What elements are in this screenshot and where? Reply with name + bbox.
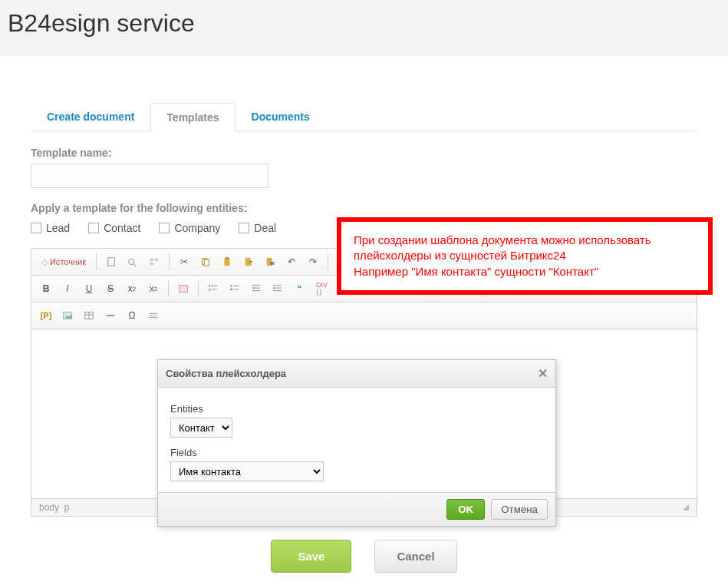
paste-word-icon[interactable]: W: [260, 252, 280, 272]
source-label: Источник: [50, 257, 86, 266]
check-company[interactable]: Company: [159, 222, 220, 234]
svg-rect-9: [226, 257, 229, 259]
indent-icon[interactable]: [268, 279, 288, 299]
special-char-icon[interactable]: Ω: [122, 306, 142, 326]
subscript-icon[interactable]: x2: [122, 279, 142, 299]
svg-text:2: 2: [209, 288, 211, 292]
entities-select[interactable]: Контакт: [170, 418, 232, 438]
checkbox-icon: [88, 223, 99, 233]
hr-icon[interactable]: [100, 306, 120, 326]
image-icon[interactable]: [58, 306, 77, 326]
entities-label: Entities: [170, 403, 543, 415]
svg-rect-4: [155, 259, 158, 262]
cancel-button[interactable]: Cancel: [374, 540, 456, 573]
separator: [169, 253, 170, 270]
italic-icon[interactable]: I: [58, 279, 77, 299]
separator: [328, 253, 328, 270]
tab-bar: Create document Templates Documents: [31, 102, 697, 131]
source-button[interactable]: ◇Источник: [36, 252, 91, 272]
new-page-icon[interactable]: [101, 252, 121, 272]
fields-label: Fields: [170, 447, 543, 458]
svg-point-1: [129, 259, 134, 265]
svg-rect-0: [108, 258, 115, 266]
copy-icon[interactable]: [196, 252, 216, 272]
dialog-close-icon[interactable]: ✕: [538, 366, 548, 381]
table-icon[interactable]: [79, 306, 99, 326]
dialog-cancel-button[interactable]: Отмена: [491, 499, 548, 520]
bold-icon[interactable]: B: [36, 279, 56, 299]
underline-icon[interactable]: U: [79, 279, 99, 299]
preview-icon[interactable]: [123, 252, 143, 272]
cut-icon[interactable]: ✂: [174, 252, 194, 272]
check-contact-label: Contact: [104, 222, 140, 234]
svg-rect-3: [150, 259, 153, 262]
callout-line2: Например "Имя контакта" сущности "Контак…: [354, 264, 696, 279]
check-company-label: Company: [174, 222, 220, 234]
outdent-icon[interactable]: [246, 279, 266, 299]
placeholder-properties-dialog: Свойства плейсхолдера ✕ Entities Контакт…: [157, 359, 556, 527]
blockquote-icon[interactable]: ❝: [289, 279, 309, 299]
svg-line-2: [133, 264, 137, 267]
tab-templates[interactable]: Templates: [150, 103, 235, 131]
svg-point-20: [230, 285, 232, 287]
check-contact[interactable]: Contact: [88, 222, 140, 234]
template-name-input[interactable]: [31, 164, 268, 188]
check-lead[interactable]: Lead: [31, 222, 70, 234]
separator: [198, 280, 199, 297]
div-icon[interactable]: DIV⟨⟩: [311, 279, 333, 299]
separator: [168, 280, 169, 297]
check-deal-label: Deal: [254, 222, 276, 234]
numbered-list-icon[interactable]: 12: [203, 279, 223, 299]
svg-marker-26: [252, 286, 255, 289]
separator: [96, 253, 97, 270]
resize-handle-icon[interactable]: [683, 504, 689, 511]
page-break-icon[interactable]: [143, 306, 163, 326]
dialog-title: Свойства плейсхолдера: [166, 368, 286, 379]
dialog-ok-button[interactable]: OK: [446, 499, 485, 520]
superscript-icon[interactable]: x2: [143, 279, 163, 299]
templates-icon[interactable]: [144, 252, 164, 272]
checkbox-icon: [239, 223, 249, 233]
svg-rect-5: [150, 263, 153, 266]
check-lead-label: Lead: [46, 222, 70, 234]
placeholder-p-icon[interactable]: [P]: [36, 306, 56, 326]
paste-icon[interactable]: [217, 252, 237, 272]
checkbox-icon: [159, 223, 170, 233]
page-title: B24esign service: [8, 9, 728, 38]
svg-rect-7: [204, 259, 209, 266]
redo-icon[interactable]: ↷: [303, 252, 323, 272]
callout-line1: При создании шаблона документа можно исп…: [354, 233, 696, 264]
svg-text:W: W: [270, 260, 275, 266]
svg-marker-30: [274, 286, 276, 289]
help-callout: При создании шаблона документа можно исп…: [337, 217, 713, 295]
tab-documents[interactable]: Documents: [236, 102, 326, 131]
svg-point-45: [65, 314, 68, 316]
svg-text:T: T: [249, 260, 253, 266]
remove-format-icon[interactable]: [173, 279, 193, 299]
undo-icon[interactable]: ↶: [282, 252, 301, 272]
save-button[interactable]: Save: [271, 540, 351, 573]
bullet-list-icon[interactable]: [225, 279, 245, 299]
checkbox-icon: [31, 223, 41, 233]
template-name-label: Template name:: [31, 147, 697, 159]
check-deal[interactable]: Deal: [239, 222, 276, 234]
fields-select[interactable]: Имя контакта: [170, 461, 324, 481]
editor-element-path[interactable]: body p: [39, 502, 69, 513]
svg-rect-15: [180, 286, 188, 292]
svg-point-22: [230, 289, 232, 291]
paste-text-icon[interactable]: T: [239, 252, 259, 272]
apply-entities-label: Apply a template for the following entit…: [31, 202, 697, 214]
strike-icon[interactable]: S: [100, 279, 120, 299]
tab-create-document[interactable]: Create document: [31, 102, 150, 131]
